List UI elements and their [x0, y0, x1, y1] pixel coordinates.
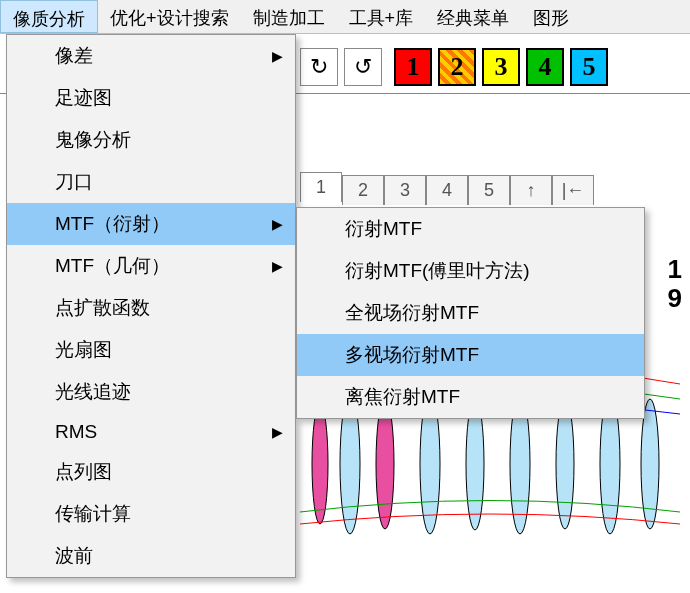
submenu-arrow-icon: ▶ — [272, 216, 283, 232]
surface-tab-4[interactable]: 4 — [426, 175, 468, 205]
menubar-item-optimize[interactable]: 优化+设计搜索 — [98, 0, 241, 33]
menu-transmission[interactable]: 传输计算 — [7, 493, 295, 535]
menu-ghost-analysis[interactable]: 鬼像分析 — [7, 119, 295, 161]
surface-tab-5[interactable]: 5 — [468, 175, 510, 205]
submenu-full-field-mtf[interactable]: 全视场衍射MTF — [297, 292, 644, 334]
surface-tab-1[interactable]: 1 — [300, 172, 342, 202]
menubar-item-tools[interactable]: 工具+库 — [337, 0, 426, 33]
menubar-item-image-quality[interactable]: 像质分析 — [0, 0, 98, 33]
menu-knife-edge[interactable]: 刀口 — [7, 161, 295, 203]
submenu-arrow-icon: ▶ — [272, 258, 283, 274]
color-preset-5-button[interactable]: 5 — [570, 48, 608, 86]
menu-mtf-diffraction[interactable]: MTF（衍射）▶ — [7, 203, 295, 245]
go-first-icon: |← — [562, 180, 585, 201]
menu-aberration[interactable]: 像差▶ — [7, 35, 295, 77]
color-preset-2-button[interactable]: 2 — [438, 48, 476, 86]
menu-footprint[interactable]: 足迹图 — [7, 77, 295, 119]
submenu-arrow-icon: ▶ — [272, 48, 283, 64]
refresh-ccw-button[interactable]: ↺ — [344, 48, 382, 86]
mtf-diffraction-submenu: 衍射MTF 衍射MTF(傅里叶方法) 全视场衍射MTF 多视场衍射MTF 离焦衍… — [296, 207, 645, 419]
surface-tab-strip: 1 2 3 4 5 ↑ |← — [300, 175, 594, 205]
menu-psf[interactable]: 点扩散函数 — [7, 287, 295, 329]
surface-tab-2[interactable]: 2 — [342, 175, 384, 205]
menu-rms[interactable]: RMS▶ — [7, 413, 295, 451]
menubar: 像质分析 优化+设计搜索 制造加工 工具+库 经典菜单 图形 — [0, 0, 690, 34]
menu-ray-trace[interactable]: 光线追迹 — [7, 371, 295, 413]
surface-tab-up[interactable]: ↑ — [510, 175, 552, 205]
submenu-diffraction-mtf[interactable]: 衍射MTF — [297, 208, 644, 250]
refresh-cw-icon: ↻ — [310, 54, 328, 80]
svg-point-0 — [312, 404, 328, 524]
menubar-item-classic[interactable]: 经典菜单 — [425, 0, 521, 33]
menu-spot-diagram[interactable]: 点列图 — [7, 451, 295, 493]
submenu-arrow-icon: ▶ — [272, 424, 283, 440]
color-preset-1-button[interactable]: 1 — [394, 48, 432, 86]
submenu-diffraction-mtf-fourier[interactable]: 衍射MTF(傅里叶方法) — [297, 250, 644, 292]
menu-ray-fan[interactable]: 光扇图 — [7, 329, 295, 371]
submenu-multi-field-mtf[interactable]: 多视场衍射MTF — [297, 334, 644, 376]
surface-tab-first[interactable]: |← — [552, 175, 594, 205]
refresh-ccw-icon: ↺ — [354, 54, 372, 80]
up-arrow-icon: ↑ — [527, 180, 536, 201]
side-number-readout: 1 9 — [668, 255, 682, 312]
menu-mtf-geometric[interactable]: MTF（几何）▶ — [7, 245, 295, 287]
surface-tab-3[interactable]: 3 — [384, 175, 426, 205]
menubar-item-graphics[interactable]: 图形 — [521, 0, 581, 33]
submenu-through-focus-mtf[interactable]: 离焦衍射MTF — [297, 376, 644, 418]
image-quality-menu: 像差▶ 足迹图 鬼像分析 刀口 MTF（衍射）▶ MTF（几何）▶ 点扩散函数 … — [6, 34, 296, 578]
menubar-item-manufacturing[interactable]: 制造加工 — [241, 0, 337, 33]
refresh-cw-button[interactable]: ↻ — [300, 48, 338, 86]
menu-wavefront[interactable]: 波前 — [7, 535, 295, 577]
color-preset-3-button[interactable]: 3 — [482, 48, 520, 86]
color-preset-4-button[interactable]: 4 — [526, 48, 564, 86]
